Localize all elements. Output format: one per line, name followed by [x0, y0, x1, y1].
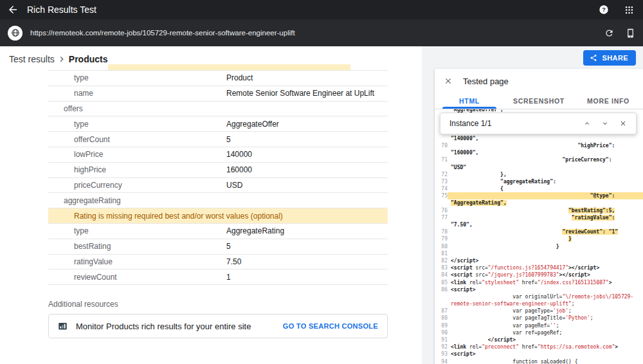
line-number: 87 [437, 307, 448, 314]
instance-label: Instance 1/1 [449, 119, 491, 128]
apps-grid-button[interactable] [624, 5, 634, 15]
previous-instance-button[interactable] [583, 120, 591, 127]
table-row: ratingValue7.50 [48, 255, 388, 270]
tested-page-title: Tested page [463, 77, 509, 86]
property-key: aggregateRating [48, 196, 226, 205]
app-title: Rich Results Test [27, 5, 96, 15]
code-view[interactable]: "AggregateOffer",68 "offerCount":5,69 "l… [435, 109, 643, 364]
property-key: bestRating [48, 242, 226, 251]
code-line: 90 var ref=pageRef; [437, 329, 643, 336]
code-line: "140000", [437, 135, 643, 142]
line-number: 78 [437, 228, 448, 235]
next-instance-button[interactable] [601, 120, 609, 127]
tested-page-header: Tested page [435, 69, 643, 93]
code-line: "160000", [437, 149, 643, 156]
breadcrumb-test-results[interactable]: Test results [9, 54, 55, 64]
property-value: 7.50 [226, 257, 241, 266]
property-key: name [48, 89, 226, 98]
code-line: 87 var pageType='job'; [437, 307, 643, 314]
line-number: 79 [437, 235, 448, 242]
code-line: 72 }, [437, 171, 643, 178]
code-line: 92<link rel="preconnect" href="https://s… [437, 343, 643, 350]
partial-warning-strip [108, 64, 350, 70]
code-line: 81 [437, 250, 643, 257]
code-line: 79 } [437, 235, 643, 242]
property-value: Product [226, 73, 253, 82]
line-number: 70 [437, 142, 448, 149]
chevron-up-icon [583, 120, 591, 127]
property-value: 5 [226, 135, 231, 144]
search-console-card: Monitor Products rich results for your e… [48, 314, 388, 338]
help-button[interactable]: ? [599, 5, 609, 15]
tested-page-tabs: HTMLSCREENSHOTMORE INFO [435, 93, 643, 109]
code-line: 83<script src="/functions.js?1654794417"… [437, 264, 643, 271]
globe-icon [8, 26, 23, 41]
main-content: Test results Products SHARE typeProductn… [0, 46, 643, 364]
line-number [437, 199, 448, 206]
back-button[interactable] [4, 1, 22, 19]
code-line: 82</script> [437, 257, 643, 264]
help-icon: ? [599, 5, 609, 15]
property-value: USD [226, 181, 242, 190]
additional-resources-title: Additional resources [48, 300, 118, 309]
url-bar: https://remoteok.com/remote-jobs/105729-… [0, 19, 643, 46]
close-tested-page-button[interactable] [444, 77, 453, 86]
line-number: 82 [437, 257, 448, 264]
property-value: 1 [226, 273, 231, 282]
smartphone-icon [626, 28, 635, 38]
go-to-search-console-button[interactable]: GO TO SEARCH CONSOLE [283, 322, 378, 330]
close-instance-button[interactable] [619, 120, 627, 127]
tab-screenshot[interactable]: SCREENSHOT [504, 93, 574, 109]
code-line: "USD" [437, 164, 643, 171]
line-number: 86 [437, 286, 448, 293]
table-row: bestRating5 [48, 239, 388, 255]
tab-html[interactable]: HTML [435, 93, 504, 109]
line-number [437, 135, 448, 142]
instance-toolbar: Instance 1/1 [440, 113, 637, 134]
property-key: offerCount [48, 135, 226, 144]
chevron-down-icon [601, 120, 609, 127]
line-number: 94 [437, 358, 448, 364]
property-value: 160000 [226, 165, 252, 174]
share-icon [590, 54, 597, 62]
code-line: 85<link rel="stylesheet" href="/index.cs… [437, 279, 643, 286]
code-line: 84<script src="/jquery.js?1607999783"></… [437, 271, 643, 278]
line-number: 91 [437, 336, 448, 343]
code-line: 75 "@type": [437, 192, 643, 199]
line-number: 71 [437, 156, 448, 163]
line-number: 75 [437, 192, 448, 199]
code-line: 70 "highPrice": [437, 142, 643, 149]
line-number [437, 221, 448, 228]
code-line: 73 "aggregateRating": [437, 178, 643, 185]
code-line: var originalUrl="\/remote-jobs\/105729- [437, 293, 643, 300]
close-icon [619, 120, 627, 127]
line-number: 90 [437, 329, 448, 336]
table-warning-row: Rating is missing required best and/or w… [48, 208, 388, 224]
line-number: 83 [437, 264, 448, 271]
table-row: priceCurrencyUSD [48, 178, 388, 194]
table-row: highPrice160000 [48, 163, 388, 178]
refresh-button[interactable] [604, 28, 614, 38]
search-console-icon [58, 322, 68, 331]
code-line: 91 </script> [437, 336, 643, 343]
table-row: typeAggregateOffer [48, 116, 388, 132]
line-number: 72 [437, 171, 448, 178]
tab-more-info[interactable]: MORE INFO [574, 93, 643, 109]
tested-url[interactable]: https://remoteok.com/remote-jobs/105729-… [30, 29, 295, 37]
code-line: 89 var pageRef=''; [437, 322, 643, 329]
table-row: lowPrice140000 [48, 147, 388, 163]
share-button[interactable]: SHARE [583, 50, 636, 66]
line-number: 80 [437, 243, 448, 250]
line-number: 84 [437, 271, 448, 278]
code-line: 94 function saLoaded() { [437, 358, 643, 364]
device-toggle-button[interactable] [626, 28, 635, 38]
line-number: 92 [437, 343, 448, 350]
table-row: offerCount5 [48, 132, 388, 147]
property-key: highPrice [48, 165, 226, 174]
property-value: AggregateOffer [226, 120, 279, 129]
result-table: typeProductnameRemote Senior Software En… [48, 64, 388, 285]
line-number: 73 [437, 178, 448, 185]
apps-grid-icon [624, 5, 634, 15]
tested-page-panel: Tested page HTMLSCREENSHOTMORE INFO "Agg… [435, 69, 643, 364]
line-number [437, 164, 448, 171]
